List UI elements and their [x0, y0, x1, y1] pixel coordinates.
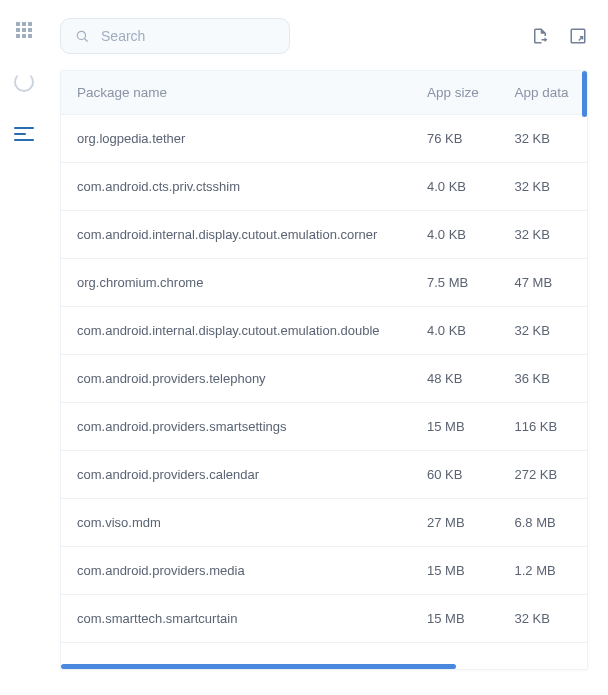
table-row[interactable]: com.android.internal.display.cutout.emul…: [61, 307, 587, 355]
cell-app-size: 76 KB: [411, 115, 499, 163]
cell-app-size: 7.5 MB: [411, 259, 499, 307]
cell-package-name: com.android.providers.calendar: [61, 451, 411, 499]
cell-app-size: 4.0 KB: [411, 307, 499, 355]
fullscreen-icon[interactable]: [568, 26, 588, 46]
search-input[interactable]: [99, 27, 275, 45]
column-header-name[interactable]: Package name: [61, 71, 411, 115]
table-row[interactable]: com.android.internal.display.cutout.emul…: [61, 211, 587, 259]
cell-package-name: org.logpedia.tether: [61, 115, 411, 163]
cell-package-name: com.android.internal.display.cutout.emul…: [61, 211, 411, 259]
table-row[interactable]: org.chromium.chrome7.5 MB47 MB: [61, 259, 587, 307]
search-icon: [75, 28, 89, 44]
cell-app-data: 47 MB: [499, 259, 587, 307]
table-row[interactable]: com.android.providers.telephony48 KB36 K…: [61, 355, 587, 403]
main-panel: Package name App size App data org.logpe…: [48, 0, 608, 695]
column-header-data[interactable]: App data: [499, 71, 587, 115]
column-header-size[interactable]: App size: [411, 71, 499, 115]
cell-package-name: com.smarttech.smartcurtain: [61, 595, 411, 643]
search-field[interactable]: [60, 18, 290, 54]
sidebar: [0, 0, 48, 695]
cell-app-size: 27 MB: [411, 499, 499, 547]
table-row[interactable]: com.smarttech.smartcurtain15 MB32 KB: [61, 595, 587, 643]
cell-app-data: 1.2 MB: [499, 547, 587, 595]
cell-app-data: 116 KB: [499, 403, 587, 451]
cell-app-data: 6.8 MB: [499, 499, 587, 547]
cell-app-data: 32 KB: [499, 595, 587, 643]
cell-package-name: com.android.internal.display.cutout.emul…: [61, 307, 411, 355]
table-row[interactable]: com.android.cts.priv.ctsshim4.0 KB32 KB: [61, 163, 587, 211]
cell-app-size: 60 KB: [411, 451, 499, 499]
cell-app-size: 15 MB: [411, 595, 499, 643]
cell-app-size: 15 MB: [411, 547, 499, 595]
cell-app-data: 32 KB: [499, 163, 587, 211]
table-row[interactable]: com.android.providers.media15 MB1.2 MB: [61, 547, 587, 595]
vertical-scrollbar[interactable]: [582, 71, 587, 117]
table-row[interactable]: com.viso.mdm27 MB6.8 MB: [61, 499, 587, 547]
cell-package-name: com.android.providers.media: [61, 547, 411, 595]
table-row[interactable]: com.android.providers.calendar60 KB272 K…: [61, 451, 587, 499]
cell-app-size: 15 MB: [411, 403, 499, 451]
cell-app-data: 32 KB: [499, 307, 587, 355]
cell-app-size: 4.0 KB: [411, 163, 499, 211]
cell-app-data: 272 KB: [499, 451, 587, 499]
table-row[interactable]: com.android.providers.smartsettings15 MB…: [61, 403, 587, 451]
cell-package-name: com.viso.mdm: [61, 499, 411, 547]
apps-grid-icon[interactable]: [12, 18, 36, 42]
package-table: Package name App size App data org.logpe…: [61, 71, 587, 643]
cell-app-data: 32 KB: [499, 115, 587, 163]
export-icon[interactable]: [530, 26, 550, 46]
svg-point-0: [77, 31, 85, 39]
cell-package-name: com.android.cts.priv.ctsshim: [61, 163, 411, 211]
cell-package-name: org.chromium.chrome: [61, 259, 411, 307]
package-table-container: Package name App size App data org.logpe…: [60, 70, 588, 670]
cell-app-size: 4.0 KB: [411, 211, 499, 259]
toolbar: [60, 18, 588, 54]
cell-package-name: com.android.providers.smartsettings: [61, 403, 411, 451]
table-row[interactable]: org.logpedia.tether76 KB32 KB: [61, 115, 587, 163]
cell-app-data: 32 KB: [499, 211, 587, 259]
list-icon[interactable]: [12, 122, 36, 146]
cell-app-size: 48 KB: [411, 355, 499, 403]
horizontal-scrollbar[interactable]: [61, 664, 456, 669]
cell-package-name: com.android.providers.telephony: [61, 355, 411, 403]
svg-line-1: [85, 39, 88, 42]
loading-icon[interactable]: [12, 70, 36, 94]
cell-app-data: 36 KB: [499, 355, 587, 403]
